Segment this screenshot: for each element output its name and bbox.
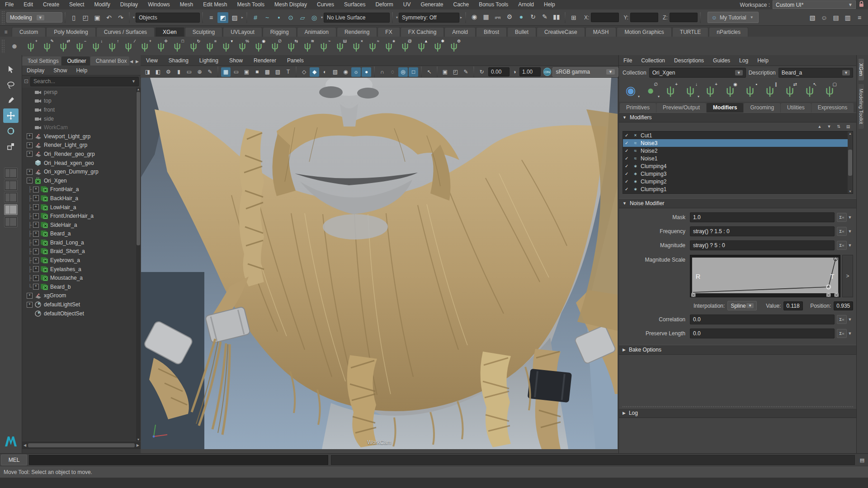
ipr-render-icon[interactable]: IPR xyxy=(492,13,503,23)
toolbar-grip[interactable] xyxy=(1,11,5,24)
xgen-guide-density-shelf-icon[interactable]: ψ% xyxy=(235,38,250,54)
xgen-duplicate-description-shelf-icon[interactable]: ψ⇄ xyxy=(56,38,71,54)
pane-tear-off-icon[interactable]: ◰ xyxy=(451,67,460,77)
log-section-header[interactable]: ▶Log xyxy=(619,408,857,418)
modifier-checkbox[interactable]: ✓ xyxy=(625,133,630,138)
dock-tab-xgen[interactable]: XGen xyxy=(859,59,864,80)
outliner-item-Ori_xgen_Dummy_grp[interactable]: +Ori_xgen_Dummy_grp xyxy=(22,167,136,176)
gamma-field[interactable]: 1.00 xyxy=(519,67,541,76)
modifier-move-up-icon[interactable]: ▲ xyxy=(816,123,823,130)
snap-to-view-plane-icon[interactable]: ▱ xyxy=(297,12,308,23)
correlation-menu-arrow[interactable]: ▼ xyxy=(847,317,853,322)
shelf-tab-curves-surfaces[interactable]: Curves / Surfaces xyxy=(96,27,155,37)
xgen-export-selection-icon[interactable]: ψ↓▾ xyxy=(681,81,699,100)
xgen-tab-expressions[interactable]: Expressions xyxy=(811,103,854,113)
move-tool[interactable] xyxy=(3,108,19,123)
expander[interactable]: − xyxy=(27,178,33,183)
select-tool[interactable] xyxy=(3,62,19,77)
menu-deform[interactable]: Deform xyxy=(370,0,398,9)
outliner-item-xgGroom[interactable]: +xgGroom xyxy=(22,291,136,300)
safe-action-icon[interactable]: ▨ xyxy=(273,67,283,77)
xgen-cut-shelf-icon[interactable]: ψ× xyxy=(349,38,364,54)
undo-icon[interactable]: ↶ xyxy=(104,12,114,23)
modifiers-section-header[interactable]: ▼Modifiers xyxy=(619,113,857,122)
layout-single-pane-button[interactable] xyxy=(4,168,18,178)
grease-pencil-icon[interactable]: ✎ xyxy=(205,67,215,77)
expander[interactable]: + xyxy=(33,284,39,290)
camera-select-icon[interactable]: ◨ xyxy=(143,67,152,77)
color-management-on-badge[interactable]: ON xyxy=(543,68,551,76)
symmetry-field[interactable]: Symmetry: Off xyxy=(399,13,459,23)
grid-icon[interactable]: ▦ xyxy=(221,67,231,77)
xgen-rebuild-guide-shelf-icon[interactable]: ψ↻ xyxy=(186,38,201,54)
shelf-tab-bifrost[interactable]: Bifrost xyxy=(476,27,507,37)
expander[interactable]: + xyxy=(27,302,33,308)
pane-copy-icon[interactable]: ▣ xyxy=(440,67,450,77)
expander[interactable]: + xyxy=(27,142,33,148)
smooth-shade-icon[interactable]: ◆ xyxy=(310,67,319,77)
xgen-sphere-shelf-icon[interactable]: ● xyxy=(7,38,22,54)
xgen-menu-collection[interactable]: Collection xyxy=(637,57,670,64)
exposure-toggle-icon[interactable]: ◎ xyxy=(398,67,408,77)
frequency-expression-icon[interactable]: Σ= xyxy=(837,227,847,236)
image-plane-icon[interactable]: ▭ xyxy=(184,67,194,77)
attribute-editor-toggle-icon[interactable]: ▤ xyxy=(830,12,841,23)
lasso-tool[interactable] xyxy=(3,78,19,92)
expander[interactable]: + xyxy=(33,239,39,245)
modifier-folder-icon[interactable]: ▤ xyxy=(844,123,852,130)
outliner-item-persp[interactable]: persp xyxy=(22,88,136,97)
open-scene-icon[interactable]: ◰ xyxy=(80,12,91,23)
workspace-lock-icon[interactable] xyxy=(859,1,864,9)
frequency-field[interactable]: stray() ? 1.5 : 0 xyxy=(690,226,835,236)
modifier-checkbox[interactable]: ✓ xyxy=(625,179,630,184)
pane-edit-icon[interactable]: ✎ xyxy=(461,67,471,77)
expander[interactable]: + xyxy=(33,258,39,263)
y-input[interactable] xyxy=(630,13,658,22)
exposure-field[interactable]: 0.00 xyxy=(488,67,509,76)
command-language-button[interactable]: MEL xyxy=(1,455,27,465)
frequency-menu-arrow[interactable]: ▼ xyxy=(847,229,853,234)
outliner-item-defaultLightSet[interactable]: +defaultLightSet xyxy=(22,300,136,309)
xgen-comb-shelf-icon[interactable]: ψШ xyxy=(332,38,348,54)
textured-icon[interactable]: ▧ xyxy=(330,67,340,77)
expander[interactable]: + xyxy=(27,169,33,175)
expander[interactable]: + xyxy=(27,293,33,299)
menu-cache[interactable]: Cache xyxy=(448,0,474,9)
ambient-occlusion-icon[interactable]: ∩ xyxy=(377,67,387,77)
resolution-gate-icon[interactable]: ▣ xyxy=(242,67,251,77)
selection-mask-field[interactable]: Objects xyxy=(136,13,200,23)
modifier-checkbox[interactable]: ✓ xyxy=(625,141,630,145)
rotate-tool[interactable] xyxy=(3,124,19,138)
bake-options-header[interactable]: ▶Bake Options xyxy=(619,345,857,355)
menu-generate[interactable]: Generate xyxy=(415,0,448,9)
xgen-preview-refresh-shelf-icon[interactable]: ψ◉ xyxy=(251,38,266,54)
shelf-tab-uvlayout[interactable]: UVLayout xyxy=(223,27,262,37)
render-view-icon[interactable]: ◉ xyxy=(469,11,480,22)
menu-modify[interactable]: Modify xyxy=(89,0,115,9)
expander[interactable]: + xyxy=(33,266,39,272)
outliner-item-BackHair_a[interactable]: ├+BackHair_a xyxy=(22,194,136,203)
panel-splitter[interactable] xyxy=(623,406,853,407)
modifier-row-noise3[interactable]: ✓≈Noise3 xyxy=(623,139,853,147)
modifier-list-scrollbar[interactable]: ▲▼ xyxy=(848,131,853,193)
xgen-add-primitives-icon[interactable]: ψ+ xyxy=(701,81,719,100)
expander[interactable]: + xyxy=(33,275,39,281)
render-current-frame-icon[interactable]: ▦ xyxy=(481,11,491,22)
xgen-coil-shelf-icon[interactable]: ψ@ xyxy=(397,38,413,54)
magnitude-expression-icon[interactable]: Σ= xyxy=(837,241,847,250)
menu-curves[interactable]: Curves xyxy=(312,0,339,9)
snap-to-grid-icon[interactable]: # xyxy=(250,12,261,23)
layout-hypershade-persp-button[interactable] xyxy=(4,216,18,227)
shelf-tab-fx-caching[interactable]: FX Caching xyxy=(401,27,444,37)
texture-paint-icon[interactable]: ✎ xyxy=(539,11,550,22)
noise-modifier-header[interactable]: ▼Noise Modifier xyxy=(619,198,857,208)
menu-edit-mesh[interactable]: Edit Mesh xyxy=(198,0,232,9)
xgen-scale-guide-shelf-icon[interactable]: ψ□ xyxy=(170,38,185,54)
expander[interactable]: + xyxy=(33,187,39,192)
xgen-clear-preview-icon[interactable]: ●∅▾ xyxy=(642,81,660,100)
xgen-menu-file[interactable]: File xyxy=(619,57,637,64)
outliner-item-Ori_Head_xgen_geo[interactable]: Ori_Head_xgen_geo xyxy=(22,159,136,168)
correlation-expression-icon[interactable]: Σ= xyxy=(837,315,847,324)
field-chart-icon[interactable]: ▩ xyxy=(263,67,272,77)
camera-lock-icon[interactable]: ◧ xyxy=(153,67,163,77)
